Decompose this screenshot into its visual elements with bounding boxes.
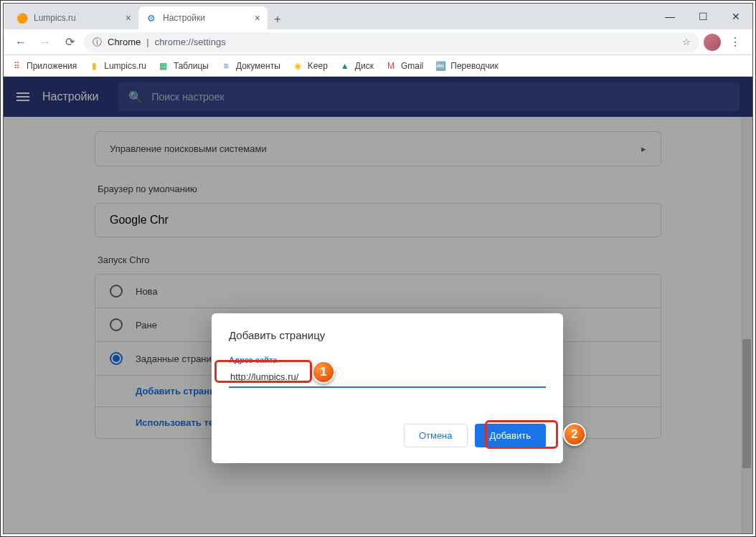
- bookmark-label: Диск: [355, 61, 374, 71]
- cancel-button[interactable]: Отмена: [404, 424, 468, 447]
- folder-icon: ▮: [88, 60, 100, 72]
- close-icon[interactable]: ×: [255, 12, 260, 24]
- reload-button[interactable]: ⟳: [60, 32, 80, 52]
- gmail-icon: M: [385, 60, 397, 72]
- site-info-icon[interactable]: ⓘ: [93, 36, 102, 49]
- dialog-title: Добавить страницу: [229, 329, 546, 341]
- bookmark-translate[interactable]: 🔤Переводчик: [435, 60, 499, 72]
- modal-overlay[interactable]: [4, 77, 752, 533]
- profile-avatar[interactable]: [704, 34, 721, 51]
- bookmark-lumpics[interactable]: ▮Lumpics.ru: [88, 60, 146, 72]
- bookmark-drive[interactable]: ▲Диск: [339, 60, 374, 72]
- tab-settings[interactable]: ⚙ Настройки ×: [138, 6, 268, 29]
- bookmark-label: Lumpics.ru: [104, 61, 146, 71]
- tab-title: Lumpics.ru: [34, 13, 76, 23]
- favicon-settings: ⚙: [146, 12, 157, 24]
- favicon-lumpics: 🟠: [16, 12, 28, 24]
- bookmarks-bar: ⠿Приложения ▮Lumpics.ru ▦Таблицы ≡Докуме…: [4, 55, 752, 77]
- window-controls: — ☐ ✕: [653, 4, 752, 29]
- drive-icon: ▲: [339, 60, 351, 72]
- add-page-dialog: Добавить страницу Адрес сайта Отмена Доб…: [212, 313, 563, 463]
- bookmark-label: Keep: [308, 61, 328, 71]
- url-input[interactable]: [229, 367, 546, 388]
- minimize-button[interactable]: —: [653, 4, 686, 29]
- translate-icon: 🔤: [435, 60, 446, 72]
- url-sep: |: [146, 37, 148, 47]
- bookmark-label: Документы: [236, 61, 280, 71]
- bookmark-label: Таблицы: [174, 61, 209, 71]
- url-scheme: Chrome: [108, 37, 141, 47]
- bookmark-docs[interactable]: ≡Документы: [220, 60, 280, 72]
- url-path: chrome://settings: [155, 37, 226, 47]
- forward-button[interactable]: →: [35, 32, 55, 52]
- docs-icon: ≡: [220, 60, 232, 72]
- maximize-button[interactable]: ☐: [686, 4, 719, 29]
- keep-icon: ◉: [292, 60, 303, 72]
- bookmark-keep[interactable]: ◉Keep: [292, 60, 328, 72]
- bookmark-gmail[interactable]: MGmail: [385, 60, 423, 72]
- address-bar[interactable]: ⓘ Chrome | chrome://settings ☆: [84, 32, 699, 52]
- close-button[interactable]: ✕: [719, 4, 752, 29]
- bookmark-star-icon[interactable]: ☆: [682, 37, 691, 47]
- url-field-label: Адрес сайта: [229, 356, 546, 364]
- apps-icon: ⠿: [11, 60, 22, 72]
- toolbar: ← → ⟳ ⓘ Chrome | chrome://settings ☆ ⋮: [4, 29, 752, 55]
- bookmark-apps[interactable]: ⠿Приложения: [11, 60, 77, 72]
- tab-title: Настройки: [163, 13, 205, 23]
- sheets-icon: ▦: [158, 60, 169, 72]
- new-tab-button[interactable]: +: [268, 9, 288, 29]
- add-button[interactable]: Добавить: [475, 424, 546, 447]
- bookmark-label: Gmail: [401, 61, 423, 71]
- dialog-actions: Отмена Добавить: [229, 424, 546, 447]
- page-content: Настройки 🔍 Управление поисковыми систем…: [4, 77, 752, 533]
- tab-lumpics[interactable]: 🟠 Lumpics.ru ×: [9, 6, 138, 29]
- back-button[interactable]: ←: [11, 32, 31, 52]
- bookmark-label: Переводчик: [450, 61, 499, 71]
- bookmark-sheets[interactable]: ▦Таблицы: [158, 60, 209, 72]
- tab-strip: 🟠 Lumpics.ru × ⚙ Настройки × +: [4, 4, 288, 29]
- bookmark-label: Приложения: [27, 61, 77, 71]
- close-icon[interactable]: ×: [126, 12, 131, 24]
- menu-button[interactable]: ⋮: [725, 32, 745, 52]
- window-titlebar: 🟠 Lumpics.ru × ⚙ Настройки × + — ☐ ✕: [4, 4, 752, 29]
